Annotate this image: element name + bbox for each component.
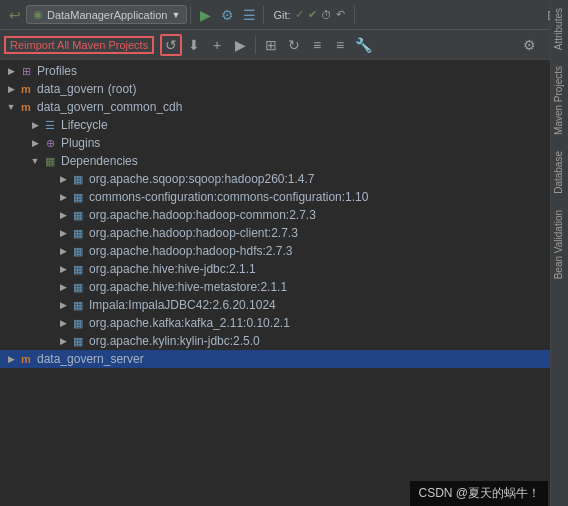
maven-icon-cdh: m bbox=[18, 99, 34, 115]
main-content: ▶ ⊞ Profiles ▶ m data_govern (root) ▼ m … bbox=[0, 60, 568, 506]
dep-hive-jdbc-label: org.apache.hive:hive-jdbc:2.1.1 bbox=[89, 262, 256, 276]
dropdown-icon: ▼ bbox=[171, 10, 180, 20]
dep-arrow[interactable]: ▶ bbox=[56, 244, 70, 258]
dep-arrow[interactable]: ▶ bbox=[56, 208, 70, 222]
download-icon[interactable]: ⬇ bbox=[183, 34, 205, 56]
dep-item-kafka[interactable]: ▶ ▦ org.apache.kafka:kafka_2.11:0.10.2.1 bbox=[0, 314, 568, 332]
server-label: data_govern_server bbox=[37, 352, 144, 366]
dep-arrow[interactable]: ▶ bbox=[56, 190, 70, 204]
dep-item-icon: ▦ bbox=[70, 261, 86, 277]
git-history-icon: ⏱ bbox=[321, 9, 332, 21]
dep-arrow[interactable]: ▶ bbox=[56, 226, 70, 240]
dep-arrow[interactable]: ▶ bbox=[56, 316, 70, 330]
dep-item-icon: ▦ bbox=[70, 333, 86, 349]
git-check-icon: ✓ bbox=[295, 8, 304, 21]
dep-arrow[interactable]: ▶ bbox=[56, 262, 70, 276]
dep-kafka-label: org.apache.kafka:kafka_2.11:0.10.2.1 bbox=[89, 316, 290, 330]
git-rollback-icon: ↶ bbox=[336, 8, 345, 21]
dep-item-icon: ▦ bbox=[70, 315, 86, 331]
tree-item-profiles[interactable]: ▶ ⊞ Profiles bbox=[0, 62, 568, 80]
back-icon[interactable]: ↩ bbox=[4, 4, 26, 26]
reimport-btn-container[interactable]: Reimport All Maven Projects bbox=[4, 36, 154, 54]
root-tag: (root) bbox=[108, 82, 137, 96]
server-arrow[interactable]: ▶ bbox=[4, 352, 18, 366]
dep-item-icon: ▦ bbox=[70, 171, 86, 187]
dep-arrow[interactable]: ▶ bbox=[56, 334, 70, 348]
dep-item-hadoop-client[interactable]: ▶ ▦ org.apache.hadoop:hadoop-client:2.7.… bbox=[0, 224, 568, 242]
lifecycle-label: Lifecycle bbox=[61, 118, 108, 132]
maven-icon-server: m bbox=[18, 351, 34, 367]
dep-arrow[interactable]: ▶ bbox=[56, 298, 70, 312]
app-name: DataManagerApplication bbox=[47, 9, 167, 21]
sep3 bbox=[354, 6, 355, 24]
profiles-label: Profiles bbox=[37, 64, 77, 78]
dep-item-icon: ▦ bbox=[70, 225, 86, 241]
git-check2-icon: ✔ bbox=[308, 8, 317, 21]
wrench-icon[interactable]: 🔧 bbox=[352, 34, 374, 56]
run-icon[interactable]: ▶ bbox=[194, 4, 216, 26]
plugins-arrow[interactable]: ▶ bbox=[28, 136, 42, 150]
build-icon[interactable]: ⚙ bbox=[216, 4, 238, 26]
dep-arrow[interactable]: ▶ bbox=[56, 172, 70, 186]
data-govern-arrow[interactable]: ▶ bbox=[4, 82, 18, 96]
dep-item-kylin[interactable]: ▶ ▦ org.apache.kylin:kylin-jdbc:2.5.0 bbox=[0, 332, 568, 350]
dep-impala-label: Impala:ImpalaJDBC42:2.6.20.1024 bbox=[89, 298, 276, 312]
dep-arrow[interactable]: ▶ bbox=[56, 280, 70, 294]
lifecycle-icon: ☰ bbox=[42, 117, 58, 133]
dep-item-hive-jdbc[interactable]: ▶ ▦ org.apache.hive:hive-jdbc:2.1.1 bbox=[0, 260, 568, 278]
dep-hadoop-common-label: org.apache.hadoop:hadoop-common:2.7.3 bbox=[89, 208, 316, 222]
dep-item-icon: ▦ bbox=[70, 189, 86, 205]
list-icon2[interactable]: ≡ bbox=[329, 34, 351, 56]
tab-bean-validation[interactable]: Bean Validation bbox=[551, 202, 568, 287]
tab-database[interactable]: Database bbox=[551, 143, 568, 202]
dep-item-hive-metastore[interactable]: ▶ ▦ org.apache.hive:hive-metastore:2.1.1 bbox=[0, 278, 568, 296]
tree-item-lifecycle[interactable]: ▶ ☰ Lifecycle bbox=[0, 116, 568, 134]
dep-item-commons-config[interactable]: ▶ ▦ commons-configuration:commons-config… bbox=[0, 188, 568, 206]
app-selector[interactable]: ◉ DataManagerApplication ▼ bbox=[26, 5, 187, 24]
app-icon: ◉ bbox=[33, 8, 43, 21]
tree-item-common-cdh[interactable]: ▼ m data_govern_common_cdh bbox=[0, 98, 568, 116]
tab-attributes[interactable]: Attributes bbox=[551, 0, 568, 58]
tree-panel[interactable]: ▶ ⊞ Profiles ▶ m data_govern (root) ▼ m … bbox=[0, 60, 568, 506]
dep-hive-meta-label: org.apache.hive:hive-metastore:2.1.1 bbox=[89, 280, 287, 294]
dep-commons-label: commons-configuration:commons-configurat… bbox=[89, 190, 368, 204]
coverage-icon[interactable]: ☰ bbox=[238, 4, 260, 26]
plugins-label: Plugins bbox=[61, 136, 100, 150]
lifecycle-arrow[interactable]: ▶ bbox=[28, 118, 42, 132]
dep-kylin-label: org.apache.kylin:kylin-jdbc:2.5.0 bbox=[89, 334, 260, 348]
list-icon1[interactable]: ≡ bbox=[306, 34, 328, 56]
dep-item-hadoop-hdfs[interactable]: ▶ ▦ org.apache.hadoop:hadoop-hdfs:2.7.3 bbox=[0, 242, 568, 260]
maven-icon-govern: m bbox=[18, 81, 34, 97]
settings-gear-icon[interactable]: ⚙ bbox=[518, 34, 540, 56]
tab-maven-projects[interactable]: Maven Projects bbox=[551, 58, 568, 143]
profiles-arrow[interactable]: ▶ bbox=[4, 64, 18, 78]
add-icon[interactable]: + bbox=[206, 34, 228, 56]
dep-item-icon: ▦ bbox=[70, 279, 86, 295]
dep-item-icon: ▦ bbox=[70, 207, 86, 223]
dependencies-icon: ▦ bbox=[42, 153, 58, 169]
profiles-icon: ⊞ bbox=[18, 63, 34, 79]
maven-toolbar-icons: ↺ ⬇ + ▶ ⊞ ↻ ≡ ≡ 🔧 bbox=[160, 34, 374, 56]
dependencies-label: Dependencies bbox=[61, 154, 138, 168]
dependencies-arrow[interactable]: ▼ bbox=[28, 154, 42, 168]
sync-icon[interactable]: ↻ bbox=[283, 34, 305, 56]
data-govern-label: data_govern bbox=[37, 82, 104, 96]
common-cdh-label: data_govern_common_cdh bbox=[37, 100, 182, 114]
dep-item-impala[interactable]: ▶ ▦ Impala:ImpalaJDBC42:2.6.20.1024 bbox=[0, 296, 568, 314]
git-area: Git: ✓ ✔ ⏱ ↶ bbox=[267, 8, 350, 21]
common-cdh-arrow[interactable]: ▼ bbox=[4, 100, 18, 114]
reimport-btn-label: Reimport All Maven Projects bbox=[10, 39, 148, 51]
right-tabs: Attributes Maven Projects Database Bean … bbox=[550, 0, 568, 506]
refresh-btn[interactable]: ↺ bbox=[160, 34, 182, 56]
dep-item-sqoop[interactable]: ▶ ▦ org.apache.sqoop:sqoop:hadoop260:1.4… bbox=[0, 170, 568, 188]
dep-hadoop-client-label: org.apache.hadoop:hadoop-client:2.7.3 bbox=[89, 226, 298, 240]
dep-item-icon: ▦ bbox=[70, 297, 86, 313]
tree-item-data-govern[interactable]: ▶ m data_govern (root) bbox=[0, 80, 568, 98]
tree-item-plugins[interactable]: ▶ ⊕ Plugins bbox=[0, 134, 568, 152]
run-maven-icon[interactable]: ▶ bbox=[229, 34, 251, 56]
tree-item-dependencies[interactable]: ▼ ▦ Dependencies bbox=[0, 152, 568, 170]
dep-item-hadoop-common[interactable]: ▶ ▦ org.apache.hadoop:hadoop-common:2.7.… bbox=[0, 206, 568, 224]
grid-icon[interactable]: ⊞ bbox=[260, 34, 282, 56]
tree-item-server[interactable]: ▶ m data_govern_server bbox=[0, 350, 568, 368]
dep-sqoop-label: org.apache.sqoop:sqoop:hadoop260:1.4.7 bbox=[89, 172, 315, 186]
